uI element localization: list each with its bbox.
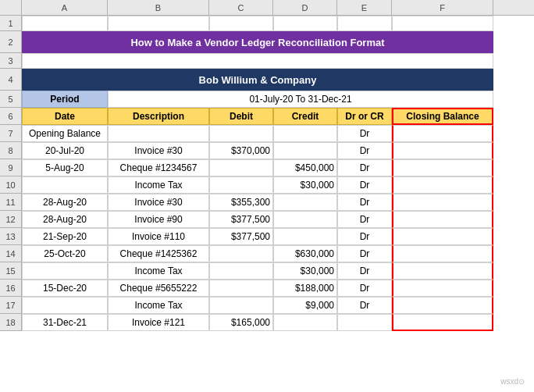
cell-10-drcr: Dr <box>337 176 392 194</box>
row-num-4: 4 <box>0 69 22 91</box>
col-header-e: E <box>337 0 392 15</box>
row-7: Opening Balance Dr <box>22 125 534 142</box>
row-15: Income Tax $30,000 Dr <box>22 262 534 280</box>
cell-12-date: 28-Aug-20 <box>22 211 108 228</box>
cell-9-drcr: Dr <box>337 159 392 176</box>
cell-10-closing <box>392 176 493 194</box>
cell-1c <box>108 16 209 31</box>
cell-1e <box>273 16 337 31</box>
row-num-10: 10 <box>0 176 22 194</box>
cell-15-desc: Income Tax <box>108 262 209 280</box>
cell-15-date <box>22 262 108 280</box>
corner-cell <box>0 0 22 15</box>
cell-15-closing <box>392 262 493 280</box>
row-num-11: 11 <box>0 194 22 211</box>
cell-11-date: 28-Aug-20 <box>22 194 108 211</box>
row-num-3: 3 <box>0 53 22 69</box>
col-header-d: D <box>273 0 337 15</box>
row-num-12: 12 <box>0 211 22 228</box>
col-header-drcr: Dr or CR <box>337 108 392 125</box>
cell-14-drcr: Dr <box>337 245 392 262</box>
cell-14-date: 25-Oct-20 <box>22 245 108 262</box>
row-num-15: 15 <box>0 262 22 280</box>
col-header-b: B <box>108 0 209 15</box>
cell-8-desc: Invoice #30 <box>108 142 209 159</box>
cell-12-credit <box>273 211 337 228</box>
title-cell: How to Make a Vendor Ledger Reconciliati… <box>22 31 493 53</box>
col-header-closing: Closing Balance <box>392 108 493 125</box>
row-13: 21-Sep-20 Invoice #110 $377,500 Dr <box>22 228 534 245</box>
cell-3 <box>22 53 493 69</box>
cell-18-credit <box>273 314 337 331</box>
row-1 <box>22 16 534 31</box>
cell-7-closing <box>392 125 493 142</box>
cell-10-date <box>22 176 108 194</box>
row-12: 28-Aug-20 Invoice #90 $377,500 Dr <box>22 211 534 228</box>
cell-7-credit <box>273 125 337 142</box>
cell-8-drcr: Dr <box>337 142 392 159</box>
cell-18-closing <box>392 314 493 331</box>
col-headers-row: A B C D E F <box>0 0 534 16</box>
cell-17-closing <box>392 297 493 314</box>
cell-1f <box>337 16 392 31</box>
col-header-a: A <box>22 0 108 15</box>
cell-7-debit <box>209 125 273 142</box>
row-17: Income Tax $9,000 Dr <box>22 297 534 314</box>
period-value: 01-July-20 To 31-Dec-21 <box>108 91 493 108</box>
row-num-9: 9 <box>0 159 22 176</box>
cell-1b <box>22 16 108 31</box>
cell-16-closing <box>392 280 493 297</box>
cell-8-closing <box>392 142 493 159</box>
cell-18-desc: Invoice #121 <box>108 314 209 331</box>
watermark: wsxd⊙ <box>500 377 525 386</box>
cell-15-credit: $30,000 <box>273 262 337 280</box>
col-header-desc: Description <box>108 108 209 125</box>
row-10: Income Tax $30,000 Dr <box>22 176 534 194</box>
cell-17-debit <box>209 297 273 314</box>
row-num-2: 2 <box>0 31 22 53</box>
company-header: Bob Willium & Company <box>22 69 493 91</box>
cell-7-desc <box>108 125 209 142</box>
row-headers: 1 2 3 4 5 6 7 8 9 10 11 12 13 14 15 16 1… <box>0 16 22 331</box>
cell-16-desc: Cheque #5655222 <box>108 280 209 297</box>
row-2: How to Make a Vendor Ledger Reconciliati… <box>22 31 534 53</box>
cell-13-closing <box>392 228 493 245</box>
col-header-f: F <box>392 0 493 15</box>
cell-9-credit: $450,000 <box>273 159 337 176</box>
cell-16-date: 15-Dec-20 <box>22 280 108 297</box>
row-num-16: 16 <box>0 280 22 297</box>
row-14: 25-Oct-20 Cheque #1425362 $630,000 Dr <box>22 245 534 262</box>
row-num-8: 8 <box>0 142 22 159</box>
cell-8-credit <box>273 142 337 159</box>
col-header-credit: Credit <box>273 108 337 125</box>
row-4: Bob Willium & Company <box>22 69 534 91</box>
row-9: 5-Aug-20 Cheque #1234567 $450,000 Dr <box>22 159 534 176</box>
cell-9-desc: Cheque #1234567 <box>108 159 209 176</box>
cell-13-debit: $377,500 <box>209 228 273 245</box>
cell-13-desc: Invoice #110 <box>108 228 209 245</box>
cell-11-closing <box>392 194 493 211</box>
cell-18-date: 31-Dec-21 <box>22 314 108 331</box>
cell-11-credit <box>273 194 337 211</box>
cell-11-drcr: Dr <box>337 194 392 211</box>
cell-12-drcr: Dr <box>337 211 392 228</box>
cell-7-drcr: Dr <box>337 125 392 142</box>
cell-14-closing <box>392 245 493 262</box>
row-num-6: 6 <box>0 108 22 125</box>
cell-9-closing <box>392 159 493 176</box>
cell-1d <box>209 16 273 31</box>
cell-17-drcr: Dr <box>337 297 392 314</box>
cell-14-debit <box>209 245 273 262</box>
main-grid: How to Make a Vendor Ledger Reconciliati… <box>22 16 534 331</box>
row-num-1: 1 <box>0 16 22 31</box>
row-num-17: 17 <box>0 297 22 314</box>
cell-1g <box>392 16 493 31</box>
cell-10-debit <box>209 176 273 194</box>
cell-17-credit: $9,000 <box>273 297 337 314</box>
cell-14-credit: $630,000 <box>273 245 337 262</box>
cell-16-drcr: Dr <box>337 280 392 297</box>
cell-12-desc: Invoice #90 <box>108 211 209 228</box>
cell-13-drcr: Dr <box>337 228 392 245</box>
cell-10-credit: $30,000 <box>273 176 337 194</box>
col-header-debit: Debit <box>209 108 273 125</box>
